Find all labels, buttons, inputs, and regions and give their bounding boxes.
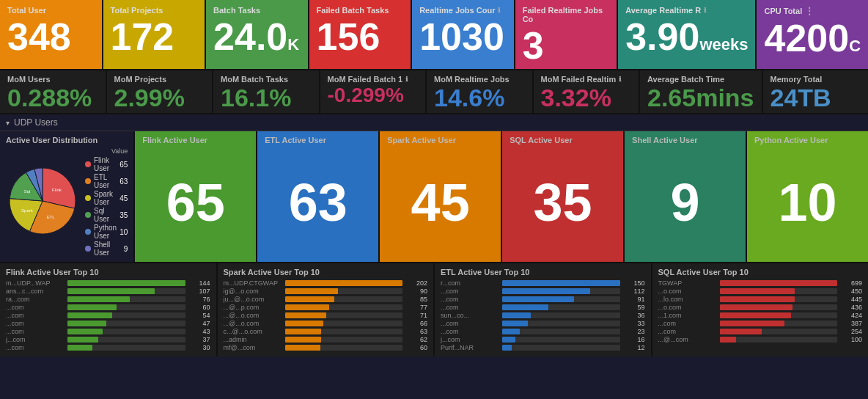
top10-bar: [720, 296, 795, 302]
legend-value: 65: [119, 161, 128, 169]
top10-bar-area: [285, 321, 403, 326]
top10-panel-2: ETL Active User Top 10r...com150...com11…: [435, 263, 652, 356]
top10-item-name: ...admin: [224, 336, 282, 343]
info-icon[interactable]: ℹ: [619, 76, 621, 83]
metric-label-2: Batch Tasks: [213, 6, 301, 15]
top10-bar: [285, 321, 324, 326]
active-user-tile-5: Python Active User10: [747, 131, 868, 262]
top10-bar: [285, 312, 326, 318]
metric-label-1: Total Projects: [111, 6, 198, 15]
metric-card-3: Failed Batch Tasks156: [309, 0, 413, 69]
mom-label-2: MoM Batch Tasks: [221, 75, 312, 84]
top10-bar: [285, 337, 322, 343]
info-icon[interactable]: ℹ: [498, 7, 500, 14]
info-icon[interactable]: ℹ: [405, 76, 408, 83]
metric-label-6: Average Realtime Rℹ: [625, 6, 748, 15]
top10-bar: [285, 304, 330, 310]
mom-value-7: 24TB: [770, 85, 861, 110]
legend-row: Flink User65: [85, 156, 128, 172]
top10-item-value: 62: [405, 336, 427, 343]
top10-bar-area: [67, 304, 185, 310]
metric-value-4: 1030: [419, 18, 507, 56]
top10-item: ...com23: [441, 328, 645, 335]
top10-item-name: ...@...com: [658, 336, 717, 343]
more-icon[interactable]: ⋮: [805, 6, 814, 16]
top10-bar-area: [720, 312, 838, 318]
udp-label: UDP Users: [14, 117, 58, 128]
top10-item-name: ...@...p.com: [224, 304, 282, 311]
pie-legend: ValueFlink User65ETL User63Spark User45S…: [85, 147, 128, 257]
metric-value-6: 3.90weeks: [625, 18, 748, 56]
mom-card-7: Memory Total24TB: [763, 70, 868, 113]
metric-card-5: Failed Realtime Jobs Co3: [515, 0, 619, 69]
top10-bar: [502, 280, 620, 286]
mom-label-3: MoM Failed Batch 1ℹ: [328, 75, 419, 84]
top10-item-value: 150: [623, 279, 645, 287]
top10-bar-area: [502, 321, 620, 326]
top10-item-name: ...com: [6, 320, 65, 327]
legend-name: Sql User: [94, 207, 117, 223]
top10-item-name: ...com: [441, 296, 499, 303]
top10-item: ...com54: [6, 312, 210, 319]
metric-label-3: Failed Batch Tasks: [317, 6, 404, 15]
top10-item-value: 91: [623, 296, 645, 303]
top10-bar-area: [285, 329, 403, 334]
top10-item-name: ig@...o.com: [224, 288, 282, 295]
top10-item-name: ...com: [6, 328, 65, 335]
top10-item-value: 144: [188, 279, 210, 287]
metric-value-0: 348: [7, 18, 95, 56]
top10-item-value: 76: [188, 296, 210, 303]
metric-card-7: CPU Total⋮4200C: [757, 0, 868, 69]
top10-item-value: 30: [188, 344, 210, 351]
top10-item-name: m...UDP...WAP: [6, 279, 65, 287]
svg-text:Sql: Sql: [24, 189, 31, 194]
top10-title-2: ETL Active User Top 10: [441, 268, 645, 277]
top10-bar: [720, 337, 736, 343]
metric-value-1: 172: [111, 18, 198, 56]
mom-label-5: MoM Failed Realtimℹ: [541, 75, 632, 84]
mom-row: MoM Users0.288%MoM Projects2.99%MoM Batc…: [0, 70, 868, 114]
top10-item: ...admin62: [224, 336, 428, 343]
top10-item-name: ...com: [658, 320, 717, 327]
top10-bar-area: [67, 312, 185, 318]
top10-item-value: 12: [623, 344, 645, 351]
top10-item: j...com16: [441, 336, 645, 343]
legend-name: Spark User: [94, 190, 117, 206]
mom-value-6: 2.65mins: [647, 85, 754, 110]
top10-bar: [502, 337, 515, 343]
svg-text:ETL: ETL: [47, 215, 56, 219]
top10-item: ...com112: [441, 288, 645, 295]
top10-bar: [502, 296, 574, 302]
top10-item: ...com91: [441, 296, 645, 303]
top10-bar: [720, 312, 792, 318]
top10-bar-area: [502, 304, 620, 310]
top10-item: ...1.com424: [658, 312, 863, 319]
top10-item-name: ...com: [441, 320, 499, 327]
mom-card-2: MoM Batch Tasks16.1%: [213, 70, 320, 113]
top10-item: ...com59: [441, 304, 645, 311]
top10-item: ...com60: [6, 304, 210, 311]
active-tile-label-4: Shell Active User: [632, 136, 738, 144]
legend-name: ETL User: [94, 173, 117, 189]
info-icon[interactable]: ℹ: [704, 7, 706, 14]
top10-item-value: 60: [405, 344, 427, 351]
top10-bar: [67, 345, 92, 351]
top10-bar: [502, 304, 548, 310]
dist-chart-area: FlinkETLSparkSqlValueFlink User65ETL Use…: [6, 147, 128, 257]
mom-card-4: MoM Realtime Jobs14.6%: [427, 70, 534, 113]
top10-item-name: m...UDP.CTGWAP: [224, 279, 282, 287]
active-tile-label-2: Spark Active User: [387, 136, 493, 144]
top10-bar: [720, 288, 795, 294]
legend-value: 9: [124, 245, 128, 253]
top10-item: ra...com76: [6, 296, 210, 303]
top10-bar-area: [67, 337, 185, 343]
top10-item-name: ...com: [6, 344, 65, 351]
top10-item-value: 71: [405, 312, 427, 319]
active-user-tile-3: SQL Active User35: [502, 131, 625, 262]
top10-item: Purif...NAR12: [441, 344, 645, 351]
top10-item: m...UDP.CTGWAP202: [224, 279, 428, 287]
top10-bar-area: [502, 288, 620, 294]
top10-item-name: ...com: [6, 312, 65, 319]
legend-row: Python User10: [85, 224, 128, 240]
udp-section[interactable]: ▾ UDP Users: [0, 114, 868, 131]
